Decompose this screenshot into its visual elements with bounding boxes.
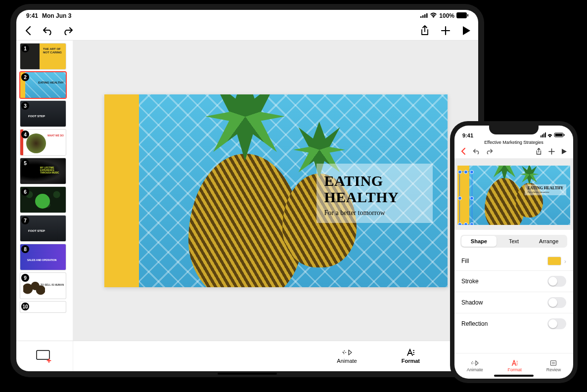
segment-arrange[interactable]: Arrange: [531, 236, 566, 247]
slide-thumb-title: EATING HEALTHY: [38, 81, 64, 85]
document-title: Effective Marketing Strategies: [454, 139, 573, 146]
format-inspector: Shape Text Arrange Fill › Stroke Shadow: [454, 230, 573, 353]
ipad-bottom-toolbar: Animate Format R: [16, 341, 478, 371]
slide-number: 6: [21, 188, 29, 196]
chevron-right-icon: ›: [564, 258, 566, 265]
status-time: 9:41: [26, 12, 38, 19]
tab-label: Format: [402, 358, 420, 364]
add-button[interactable]: [440, 25, 452, 37]
back-button[interactable]: [22, 25, 34, 37]
slide-thumb[interactable]: 10: [20, 302, 66, 312]
redo-button[interactable]: [62, 25, 74, 37]
svg-rect-10: [543, 133, 544, 137]
tab-format[interactable]: Format: [507, 360, 522, 372]
tab-label: Animate: [467, 367, 483, 372]
slide-title: EATING HEALTHY: [324, 173, 425, 205]
tab-review[interactable]: Review: [546, 360, 561, 372]
ipad-top-toolbar: [16, 21, 478, 41]
tab-label: Animate: [337, 358, 357, 364]
ipad-main-area: 1 THE ART OF NOT CARING 2 EATING HEALTHY…: [16, 41, 478, 341]
share-button[interactable]: [535, 147, 542, 155]
slide-number: 1: [21, 44, 29, 52]
segment-text[interactable]: Text: [497, 236, 532, 247]
svg-rect-5: [467, 14, 468, 16]
slide-thumb-title: THE ART OF NOT CARING: [43, 47, 64, 54]
stroke-toggle[interactable]: [547, 276, 566, 287]
add-button[interactable]: [547, 147, 555, 155]
shadow-toggle[interactable]: [547, 297, 566, 308]
slide-thumb[interactable]: 6: [20, 187, 66, 213]
slide-thumb[interactable]: 2 EATING HEALTHY: [20, 72, 66, 98]
status-date: Mon Jun 3: [42, 12, 71, 19]
stroke-row[interactable]: Stroke: [454, 271, 573, 292]
slide-canvas[interactable]: EATING HEALTHY For a better tomorrow: [457, 166, 570, 225]
slide-thumb-title: SALES AND OPERATION: [27, 259, 56, 262]
selection-handles[interactable]: [459, 172, 472, 225]
slide-thumb[interactable]: 9 TO SELL IS HUMAN: [20, 273, 66, 299]
fill-swatch[interactable]: [547, 257, 561, 265]
play-button[interactable]: [560, 147, 568, 155]
slide-number: 8: [21, 245, 29, 253]
back-button[interactable]: [459, 147, 467, 155]
slide-number: 9: [21, 274, 29, 282]
iphone-notch: [489, 126, 539, 134]
ipad-device-frame: 9:41 Mon Jun 3 100%: [10, 4, 484, 377]
slide-thumb-title: TO SELL IS HUMAN: [41, 284, 64, 287]
svg-rect-8: [541, 135, 542, 137]
fill-row[interactable]: Fill ›: [454, 252, 573, 270]
slide-thumb[interactable]: 7 FOOT STEP: [20, 216, 66, 241]
tab-label: Review: [546, 367, 561, 372]
battery-percent: 100%: [439, 12, 454, 19]
svg-rect-4: [456, 12, 467, 18]
segment-shape[interactable]: Shape: [461, 236, 497, 247]
undo-button[interactable]: [472, 147, 480, 155]
slide-thumb-title: WHAT WE DO: [47, 134, 64, 137]
iphone-screen: 9:41 Effective Marketing Strategies: [454, 126, 573, 379]
play-button[interactable]: [460, 25, 472, 37]
slide-thumb-title: FOOT STEP: [28, 229, 45, 233]
slide-thumb[interactable]: 1 THE ART OF NOT CARING: [20, 44, 66, 69]
slide-canvas[interactable]: EATING HEALTHY For a better tomorrow: [104, 94, 448, 287]
svg-rect-13: [555, 134, 563, 136]
svg-rect-6: [37, 350, 49, 359]
slide-subtitle: For a better tomorrow: [324, 209, 425, 217]
slide-subtitle: For a better tomorrow: [528, 191, 563, 193]
battery-icon: [456, 12, 468, 20]
shadow-row[interactable]: Shadow: [454, 292, 573, 313]
slide-number: 10: [21, 303, 29, 310]
iphone-toolbar: [454, 146, 573, 159]
slide-thumb-title: MY LIFETIME EXPERIENCE THROUGH MUSIC: [40, 167, 64, 174]
slide-thumb[interactable]: 4 WHAT WE DO: [20, 130, 66, 155]
slide-accent-bar[interactable]: [104, 94, 139, 287]
tab-format[interactable]: Format: [402, 348, 420, 364]
slide-text-box[interactable]: EATING HEALTHY For a better tomorrow: [525, 184, 566, 195]
svg-rect-2: [424, 14, 426, 18]
ipad-status-bar: 9:41 Mon Jun 3 100%: [16, 10, 478, 21]
svg-rect-3: [426, 13, 428, 18]
home-indicator[interactable]: [494, 375, 534, 377]
slide-title: EATING HEALTHY: [528, 186, 563, 191]
reflection-toggle[interactable]: [547, 318, 566, 329]
wifi-icon: [430, 12, 437, 19]
cellular-icon: [420, 12, 428, 19]
slide-thumb[interactable]: 5 MY LIFETIME EXPERIENCE THROUGH MUSIC: [20, 158, 66, 184]
slide-thumb[interactable]: 8 SALES AND OPERATION: [20, 244, 66, 270]
reflection-row[interactable]: Reflection: [454, 313, 573, 334]
iphone-device-frame: 9:41 Effective Marketing Strategies: [450, 121, 578, 383]
inspector-segmented-control[interactable]: Shape Text Arrange: [460, 235, 567, 248]
redo-button[interactable]: [485, 147, 493, 155]
new-slide-button[interactable]: [16, 341, 73, 371]
tab-animate[interactable]: Animate: [337, 348, 357, 364]
tab-animate[interactable]: Animate: [467, 360, 483, 372]
slide-number: 4: [21, 131, 29, 138]
svg-rect-15: [551, 361, 556, 366]
share-button[interactable]: [419, 25, 431, 37]
undo-button[interactable]: [42, 25, 54, 37]
slide-number: 5: [21, 159, 29, 167]
slide-canvas-area[interactable]: EATING HEALTHY For a better tomorrow: [73, 41, 478, 341]
iphone-canvas-area[interactable]: EATING HEALTHY For a better tomorrow: [454, 159, 573, 230]
slide-navigator[interactable]: 1 THE ART OF NOT CARING 2 EATING HEALTHY…: [16, 41, 73, 341]
slide-thumb[interactable]: 3 FOOT STEP: [20, 101, 66, 127]
fill-label: Fill: [461, 258, 469, 264]
slide-text-box[interactable]: EATING HEALTHY For a better tomorrow: [316, 164, 433, 223]
